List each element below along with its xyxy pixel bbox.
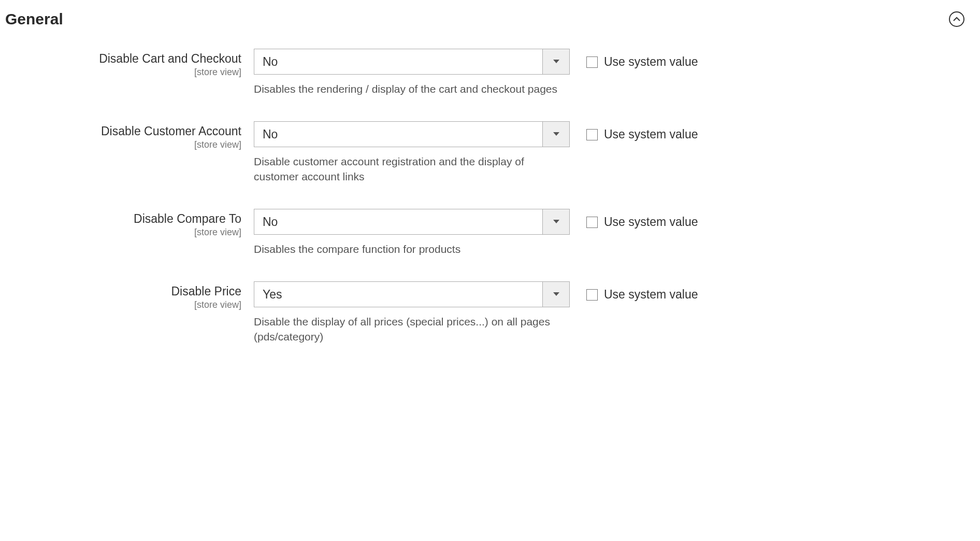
section-header: General [5, 5, 975, 49]
scope-label: [store view] [5, 139, 241, 150]
disable-price-select[interactable]: Yes [254, 281, 570, 307]
use-system-label[interactable]: Use system value [604, 215, 698, 229]
use-system-checkbox-price[interactable] [586, 289, 598, 301]
disable-cart-select[interactable]: No [254, 49, 570, 75]
dropdown-arrow [542, 122, 569, 147]
field-label: Disable Customer Account [5, 124, 241, 138]
field-control-col: No Disables the compare function for pro… [254, 209, 570, 257]
disable-customer-account-select[interactable]: No [254, 121, 570, 147]
select-value: No [254, 49, 542, 74]
chevron-up-icon [953, 16, 960, 23]
use-system-label[interactable]: Use system value [604, 288, 698, 302]
field-control-col: No Disables the rendering / display of t… [254, 49, 570, 96]
select-value: No [254, 209, 542, 234]
field-note: Disable customer account registration an… [254, 154, 570, 184]
scope-label: [store view] [5, 300, 241, 310]
field-disable-cart: Disable Cart and Checkout [store view] N… [5, 49, 975, 96]
field-disable-price: Disable Price [store view] Yes Disable t… [5, 281, 975, 344]
field-note: Disable the display of all prices (speci… [254, 315, 570, 344]
use-system-col: Use system value [570, 49, 698, 69]
chevron-down-icon [553, 292, 560, 297]
field-control-col: Yes Disable the display of all prices (s… [254, 281, 570, 344]
use-system-col: Use system value [570, 121, 698, 141]
use-system-checkbox-customer[interactable] [586, 129, 598, 140]
dropdown-arrow [542, 282, 569, 307]
select-value: No [254, 122, 542, 147]
field-label-col: Disable Price [store view] [5, 281, 254, 310]
select-value: Yes [254, 282, 542, 307]
field-control-col: No Disable customer account registration… [254, 121, 570, 184]
field-label: Disable Price [5, 284, 241, 298]
use-system-checkbox-compare[interactable] [586, 217, 598, 228]
chevron-down-icon [553, 59, 560, 64]
field-label-col: Disable Customer Account [store view] [5, 121, 254, 150]
dropdown-arrow [542, 209, 569, 234]
dropdown-arrow [542, 49, 569, 74]
chevron-down-icon [553, 219, 560, 224]
field-label: Disable Compare To [5, 212, 241, 226]
scope-label: [store view] [5, 67, 241, 78]
collapse-button[interactable] [949, 11, 964, 27]
use-system-checkbox-cart[interactable] [586, 56, 598, 68]
disable-compare-select[interactable]: No [254, 209, 570, 235]
field-disable-customer-account: Disable Customer Account [store view] No… [5, 121, 975, 184]
use-system-col: Use system value [570, 281, 698, 302]
use-system-label[interactable]: Use system value [604, 127, 698, 141]
scope-label: [store view] [5, 227, 241, 238]
chevron-down-icon [553, 132, 560, 137]
field-label: Disable Cart and Checkout [5, 52, 241, 66]
field-disable-compare: Disable Compare To [store view] No Disab… [5, 209, 975, 257]
field-label-col: Disable Compare To [store view] [5, 209, 254, 238]
section-title: General [5, 10, 63, 28]
field-note: Disables the compare function for produc… [254, 242, 570, 257]
use-system-col: Use system value [570, 209, 698, 229]
field-label-col: Disable Cart and Checkout [store view] [5, 49, 254, 78]
field-note: Disables the rendering / display of the … [254, 82, 570, 96]
use-system-label[interactable]: Use system value [604, 55, 698, 69]
